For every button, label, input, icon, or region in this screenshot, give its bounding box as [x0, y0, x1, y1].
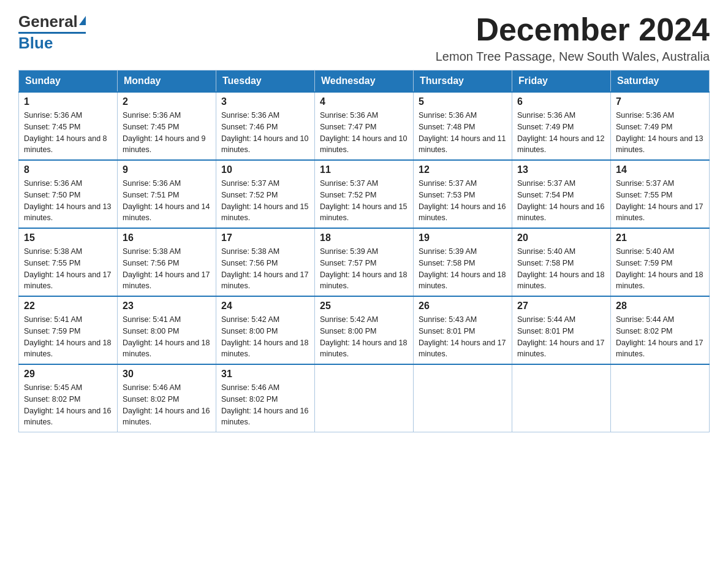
calendar-cell [611, 364, 710, 432]
day-info: Sunrise: 5:37 AMSunset: 7:52 PMDaylight:… [320, 179, 407, 222]
day-info: Sunrise: 5:38 AMSunset: 7:55 PMDaylight:… [24, 247, 111, 290]
week-row-3: 15Sunrise: 5:38 AMSunset: 7:55 PMDayligh… [19, 228, 710, 296]
calendar-cell: 28Sunrise: 5:44 AMSunset: 8:02 PMDayligh… [611, 296, 710, 364]
week-row-1: 1Sunrise: 5:36 AMSunset: 7:45 PMDaylight… [19, 92, 710, 160]
day-number: 1 [24, 96, 112, 107]
calendar-cell: 27Sunrise: 5:44 AMSunset: 8:01 PMDayligh… [512, 296, 611, 364]
day-info: Sunrise: 5:43 AMSunset: 8:01 PMDaylight:… [419, 315, 506, 358]
day-info: Sunrise: 5:36 AMSunset: 7:51 PMDaylight:… [123, 179, 210, 222]
day-number: 7 [616, 96, 704, 107]
day-info: Sunrise: 5:41 AMSunset: 7:59 PMDaylight:… [24, 315, 111, 358]
calendar-cell: 30Sunrise: 5:46 AMSunset: 8:02 PMDayligh… [118, 364, 216, 432]
calendar-cell: 2Sunrise: 5:36 AMSunset: 7:45 PMDaylight… [118, 92, 216, 160]
day-info: Sunrise: 5:36 AMSunset: 7:48 PMDaylight:… [419, 111, 506, 154]
day-info: Sunrise: 5:41 AMSunset: 8:00 PMDaylight:… [123, 315, 210, 358]
day-number: 13 [517, 164, 605, 175]
day-info: Sunrise: 5:36 AMSunset: 7:49 PMDaylight:… [616, 111, 703, 154]
calendar-cell: 25Sunrise: 5:42 AMSunset: 8:00 PMDayligh… [315, 296, 414, 364]
calendar-cell: 31Sunrise: 5:46 AMSunset: 8:02 PMDayligh… [216, 364, 315, 432]
day-number: 11 [320, 164, 408, 175]
week-row-2: 8Sunrise: 5:36 AMSunset: 7:50 PMDaylight… [19, 160, 710, 228]
day-info: Sunrise: 5:40 AMSunset: 7:58 PMDaylight:… [517, 247, 604, 290]
day-number: 21 [616, 232, 704, 243]
day-info: Sunrise: 5:42 AMSunset: 8:00 PMDaylight:… [221, 315, 308, 358]
day-number: 18 [320, 232, 408, 243]
day-info: Sunrise: 5:36 AMSunset: 7:47 PMDaylight:… [320, 111, 407, 154]
logo: General Blue [18, 12, 86, 53]
calendar-cell: 17Sunrise: 5:38 AMSunset: 7:56 PMDayligh… [216, 228, 315, 296]
calendar-cell: 22Sunrise: 5:41 AMSunset: 7:59 PMDayligh… [19, 296, 118, 364]
calendar-cell: 23Sunrise: 5:41 AMSunset: 8:00 PMDayligh… [118, 296, 216, 364]
day-info: Sunrise: 5:37 AMSunset: 7:54 PMDaylight:… [517, 179, 604, 222]
day-number: 29 [24, 369, 112, 380]
day-number: 5 [419, 96, 507, 107]
day-number: 25 [320, 301, 408, 312]
day-number: 30 [123, 369, 211, 380]
day-info: Sunrise: 5:36 AMSunset: 7:45 PMDaylight:… [123, 111, 206, 154]
day-number: 6 [517, 96, 605, 107]
day-number: 16 [123, 232, 211, 243]
day-number: 28 [616, 301, 704, 312]
weekday-header-tuesday: Tuesday [216, 71, 315, 93]
day-info: Sunrise: 5:38 AMSunset: 7:56 PMDaylight:… [123, 247, 210, 290]
day-info: Sunrise: 5:44 AMSunset: 8:01 PMDaylight:… [517, 315, 604, 358]
day-info: Sunrise: 5:38 AMSunset: 7:56 PMDaylight:… [221, 247, 308, 290]
day-info: Sunrise: 5:36 AMSunset: 7:46 PMDaylight:… [221, 111, 308, 154]
calendar-cell: 1Sunrise: 5:36 AMSunset: 7:45 PMDaylight… [19, 92, 118, 160]
calendar-cell: 3Sunrise: 5:36 AMSunset: 7:46 PMDaylight… [216, 92, 315, 160]
day-number: 15 [24, 232, 112, 243]
day-number: 12 [419, 164, 507, 175]
calendar-cell: 10Sunrise: 5:37 AMSunset: 7:52 PMDayligh… [216, 160, 315, 228]
day-info: Sunrise: 5:37 AMSunset: 7:55 PMDaylight:… [616, 179, 703, 222]
title-area: December 2024 Lemon Tree Passage, New So… [436, 12, 710, 64]
day-info: Sunrise: 5:39 AMSunset: 7:58 PMDaylight:… [419, 247, 506, 290]
logo-general-text: General [18, 12, 78, 31]
day-number: 22 [24, 301, 112, 312]
day-info: Sunrise: 5:39 AMSunset: 7:57 PMDaylight:… [320, 247, 407, 290]
calendar-cell: 16Sunrise: 5:38 AMSunset: 7:56 PMDayligh… [118, 228, 216, 296]
weekday-header-friday: Friday [512, 71, 611, 93]
calendar-cell: 4Sunrise: 5:36 AMSunset: 7:47 PMDaylight… [315, 92, 414, 160]
calendar-cell: 26Sunrise: 5:43 AMSunset: 8:01 PMDayligh… [414, 296, 512, 364]
calendar-cell: 6Sunrise: 5:36 AMSunset: 7:49 PMDaylight… [512, 92, 611, 160]
day-number: 2 [123, 96, 211, 107]
calendar-cell: 9Sunrise: 5:36 AMSunset: 7:51 PMDaylight… [118, 160, 216, 228]
calendar-cell: 21Sunrise: 5:40 AMSunset: 7:59 PMDayligh… [611, 228, 710, 296]
weekday-header-thursday: Thursday [414, 71, 512, 93]
day-info: Sunrise: 5:45 AMSunset: 8:02 PMDaylight:… [24, 383, 111, 426]
calendar-cell: 24Sunrise: 5:42 AMSunset: 8:00 PMDayligh… [216, 296, 315, 364]
weekday-header-saturday: Saturday [611, 71, 710, 93]
calendar-cell: 19Sunrise: 5:39 AMSunset: 7:58 PMDayligh… [414, 228, 512, 296]
calendar-table: SundayMondayTuesdayWednesdayThursdayFrid… [18, 70, 710, 432]
weekday-header-monday: Monday [118, 71, 216, 93]
week-row-4: 22Sunrise: 5:41 AMSunset: 7:59 PMDayligh… [19, 296, 710, 364]
calendar-cell: 7Sunrise: 5:36 AMSunset: 7:49 PMDaylight… [611, 92, 710, 160]
day-info: Sunrise: 5:46 AMSunset: 8:02 PMDaylight:… [123, 383, 210, 426]
calendar-cell [414, 364, 512, 432]
day-number: 3 [221, 96, 309, 107]
calendar-cell: 18Sunrise: 5:39 AMSunset: 7:57 PMDayligh… [315, 228, 414, 296]
day-number: 27 [517, 301, 605, 312]
location-subtitle: Lemon Tree Passage, New South Wales, Aus… [436, 50, 710, 64]
page-header: General Blue December 2024 Lemon Tree Pa… [18, 12, 710, 64]
day-info: Sunrise: 5:36 AMSunset: 7:50 PMDaylight:… [24, 179, 111, 222]
day-number: 8 [24, 164, 112, 175]
day-number: 10 [221, 164, 309, 175]
day-number: 14 [616, 164, 704, 175]
week-row-5: 29Sunrise: 5:45 AMSunset: 8:02 PMDayligh… [19, 364, 710, 432]
day-number: 4 [320, 96, 408, 107]
day-number: 26 [419, 301, 507, 312]
weekday-header-sunday: Sunday [19, 71, 118, 93]
calendar-cell: 20Sunrise: 5:40 AMSunset: 7:58 PMDayligh… [512, 228, 611, 296]
day-number: 9 [123, 164, 211, 175]
day-number: 19 [419, 232, 507, 243]
day-info: Sunrise: 5:46 AMSunset: 8:02 PMDaylight:… [221, 383, 308, 426]
day-number: 24 [221, 301, 309, 312]
logo-blue-text: Blue [18, 34, 53, 52]
day-info: Sunrise: 5:42 AMSunset: 8:00 PMDaylight:… [320, 315, 407, 358]
calendar-cell: 14Sunrise: 5:37 AMSunset: 7:55 PMDayligh… [611, 160, 710, 228]
calendar-cell: 13Sunrise: 5:37 AMSunset: 7:54 PMDayligh… [512, 160, 611, 228]
day-number: 23 [123, 301, 211, 312]
calendar-cell: 11Sunrise: 5:37 AMSunset: 7:52 PMDayligh… [315, 160, 414, 228]
calendar-cell [512, 364, 611, 432]
